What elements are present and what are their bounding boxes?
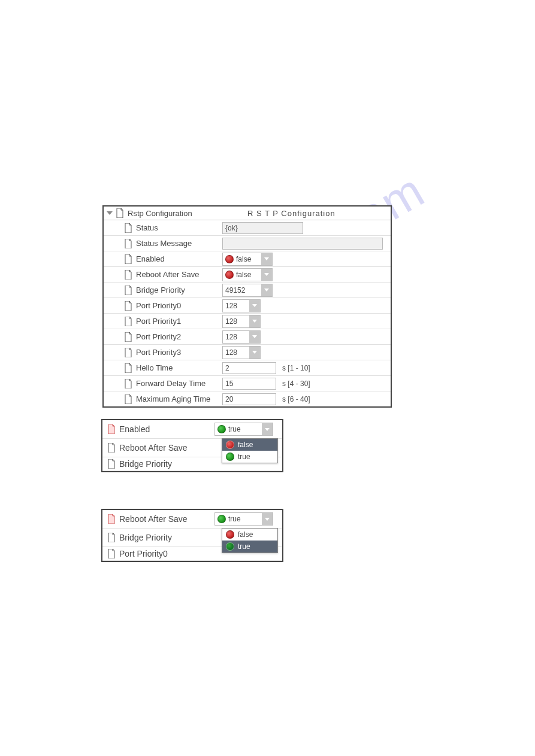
page-icon xyxy=(124,270,132,280)
dot-green-icon xyxy=(217,425,226,433)
panel-subtitle: R S T P Configuration xyxy=(192,209,391,218)
panel-header-row: Rstp Configuration R S T P Configuration xyxy=(104,207,391,220)
port-priority0-label: Port Priority0 xyxy=(136,301,222,310)
chevron-down-icon xyxy=(264,289,269,292)
enabled-label: Enabled xyxy=(136,254,222,263)
rstp-config-panel: Rstp Configuration R S T P Configuration… xyxy=(102,205,392,408)
chevron-down-icon xyxy=(252,335,257,338)
dropdown-button[interactable] xyxy=(261,253,272,265)
status-field: {ok} xyxy=(222,222,303,234)
dropdown-button[interactable] xyxy=(249,315,260,327)
enabled-label: Enabled xyxy=(119,424,214,434)
dropdown-button[interactable] xyxy=(249,300,260,312)
hello-time-label: Hello Time xyxy=(136,363,222,372)
dropdown-item-false[interactable]: false xyxy=(222,439,277,451)
bridge-priority-select[interactable]: 49152 xyxy=(222,284,273,297)
dropdown-button[interactable] xyxy=(262,423,273,435)
forward-delay-hint: s [4 - 30] xyxy=(282,379,310,388)
dropdown-button[interactable] xyxy=(249,347,260,359)
reboot-dropdown-snippet: Reboot After Save true Bridge Priority P… xyxy=(101,509,283,562)
expand-toggle[interactable] xyxy=(104,211,116,215)
enabled-dropdown-snippet: Enabled true Reboot After Save Bridge Pr… xyxy=(101,419,283,472)
reboot-dropdown-list[interactable]: false true xyxy=(222,528,278,553)
enabled-select-open[interactable]: true xyxy=(214,423,273,436)
hello-time-hint: s [1 - 10] xyxy=(282,364,310,372)
dropdown-button[interactable] xyxy=(262,513,273,525)
chevron-down-icon xyxy=(265,428,270,431)
page-icon xyxy=(107,549,116,558)
page-icon xyxy=(107,443,116,453)
reboot-select-open[interactable]: true xyxy=(214,512,273,526)
port-priority0-label: Port Priority0 xyxy=(119,549,214,558)
dot-red-icon xyxy=(225,271,234,279)
port-priority1-label: Port Priority1 xyxy=(136,317,222,326)
port-priority2-select[interactable]: 128 xyxy=(222,330,261,344)
page-icon xyxy=(116,208,124,218)
page-icon xyxy=(124,363,132,373)
chevron-down-icon xyxy=(264,257,269,260)
page-icon-modified xyxy=(107,514,116,524)
forward-delay-field[interactable]: 15 xyxy=(222,378,276,390)
enabled-dropdown-list[interactable]: false true xyxy=(222,438,278,463)
status-label: Status xyxy=(136,223,222,232)
page-icon xyxy=(107,533,116,542)
bridge-priority-label: Bridge Priority xyxy=(119,533,214,542)
dropdown-button[interactable] xyxy=(261,269,272,281)
chevron-down-icon xyxy=(265,518,270,521)
page-icon xyxy=(107,459,116,469)
page-icon xyxy=(124,223,132,233)
page-icon xyxy=(124,239,132,248)
dropdown-button[interactable] xyxy=(261,284,272,296)
page-icon xyxy=(124,332,132,342)
bridge-priority-label: Bridge Priority xyxy=(136,286,222,294)
reboot-after-save-label: Reboot After Save xyxy=(136,270,222,279)
forward-delay-label: Forward Delay Time xyxy=(136,379,222,388)
bridge-priority-label: Bridge Priority xyxy=(119,459,214,469)
reboot-after-save-label: Reboot After Save xyxy=(119,443,214,453)
dot-green-icon xyxy=(217,515,226,523)
reboot-after-save-label: Reboot After Save xyxy=(119,514,214,524)
port-priority0-select[interactable]: 128 xyxy=(222,299,261,312)
chevron-down-icon xyxy=(252,351,257,354)
max-aging-hint: s [6 - 40] xyxy=(282,395,310,403)
dot-green-icon xyxy=(226,453,234,461)
status-message-field xyxy=(222,238,383,250)
page-icon xyxy=(124,394,132,404)
dot-red-icon xyxy=(226,530,234,539)
chevron-down-icon xyxy=(107,211,113,215)
dot-green-icon xyxy=(226,542,234,551)
panel-title: Rstp Configuration xyxy=(128,209,192,218)
port-priority1-select[interactable]: 128 xyxy=(222,315,261,328)
reboot-after-save-select[interactable]: false xyxy=(222,268,273,281)
dropdown-item-true[interactable]: true xyxy=(222,451,277,463)
chevron-down-icon xyxy=(264,273,269,276)
page-icon xyxy=(124,317,132,326)
chevron-down-icon xyxy=(252,304,257,307)
status-message-label: Status Message xyxy=(136,239,222,248)
page-icon xyxy=(124,348,132,357)
dropdown-item-true[interactable]: true xyxy=(222,541,277,552)
dot-red-icon xyxy=(226,441,234,449)
page-icon xyxy=(124,286,132,295)
hello-time-field[interactable]: 2 xyxy=(222,362,276,374)
max-aging-label: Maximum Aging Time xyxy=(136,394,222,403)
dropdown-button[interactable] xyxy=(249,331,260,343)
dot-red-icon xyxy=(225,255,234,263)
port-priority2-label: Port Priority2 xyxy=(136,332,222,341)
page-icon xyxy=(124,254,132,264)
enabled-select[interactable]: false xyxy=(222,253,273,266)
dropdown-item-false[interactable]: false xyxy=(222,529,277,541)
port-priority3-select[interactable]: 128 xyxy=(222,346,261,359)
page-icon-modified xyxy=(107,424,116,434)
page-icon xyxy=(124,379,132,388)
chevron-down-icon xyxy=(252,320,257,323)
max-aging-field[interactable]: 20 xyxy=(222,393,276,405)
port-priority3-label: Port Priority3 xyxy=(136,348,222,357)
page-icon xyxy=(124,301,132,311)
